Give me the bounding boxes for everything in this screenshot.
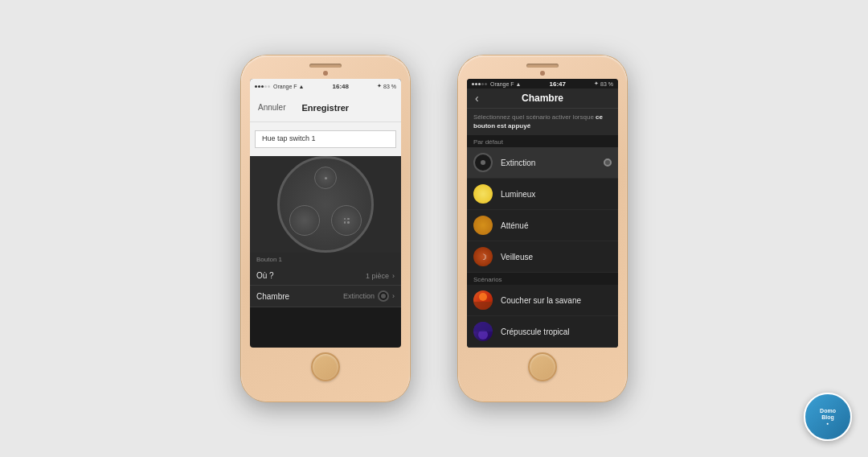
extinction-toggle <box>378 290 389 302</box>
crepuscule-icon <box>473 322 493 341</box>
screen-left: Orange F ▲ 16:48 ✦ 83 % Annuler Enregist… <box>250 79 401 348</box>
list-item-extinction[interactable]: Extinction <box>467 147 618 179</box>
wifi-icon: ▲ <box>299 84 305 89</box>
crepuscule-label: Crépuscule tropical <box>501 327 612 336</box>
screen2-content: Orange F ▲ 16:47 ✦ 83 % ‹ Chambre S <box>467 79 618 348</box>
bouton-label: Bouton 1 <box>250 253 401 266</box>
list-item-crepuscule[interactable]: Crépuscule tropical <box>467 316 618 348</box>
extinction-icon <box>473 153 493 172</box>
camera-right <box>540 71 545 76</box>
watermark-line2: Blog <box>821 414 834 421</box>
ou-value: 1 pièce › <box>366 272 395 280</box>
bottom-settings: Bouton 1 Où ? 1 pièce › Chambre Extincti… <box>250 253 401 307</box>
list-item-attenue[interactable]: Atténué <box>467 210 618 241</box>
chevron-chambre: › <box>392 292 395 300</box>
chambre-value: Extinction › <box>343 290 395 302</box>
section-default-label: Par défaut <box>467 135 618 147</box>
watermark-dot: ● <box>826 421 829 426</box>
attenue-label: Atténué <box>501 221 612 230</box>
signal-icon-right <box>472 83 487 85</box>
nav-bar-left: Annuler Enregistrer <box>250 93 401 122</box>
extinction-label: Extinction <box>501 159 596 167</box>
list-item-coucher[interactable]: Coucher sur la savane <box>467 285 618 316</box>
back-button[interactable]: ‹ <box>475 92 479 105</box>
time-left: 16:48 <box>333 83 349 90</box>
camera-left <box>323 71 328 76</box>
device-name-input[interactable]: Hue tap switch 1 <box>255 130 396 148</box>
coucher-label: Coucher sur la savane <box>501 296 612 305</box>
extinction-radio <box>604 159 612 167</box>
cancel-button[interactable]: Annuler <box>258 103 285 112</box>
status-bar-right: Orange F ▲ 16:47 ✦ 83 % <box>467 79 618 89</box>
list-item-veilleuse[interactable]: ☽ Veilleuse <box>467 241 618 273</box>
input-area: Hue tap switch 1 <box>250 122 401 156</box>
coucher-icon <box>473 290 493 310</box>
phone-right: Orange F ▲ 16:47 ✦ 83 % ‹ Chambre S <box>458 56 627 401</box>
ou-row[interactable]: Où ? 1 pièce › <box>250 266 401 286</box>
svg-point-0 <box>479 293 487 301</box>
tap-device-circle <box>277 156 374 253</box>
battery-left: 83 % <box>383 84 396 89</box>
chambre-row[interactable]: Chambre Extinction › <box>250 286 401 307</box>
ou-label: Où ? <box>256 271 274 280</box>
battery-right: 83 % <box>600 81 613 87</box>
lumineux-icon <box>473 184 493 204</box>
moon-icon: ☽ <box>480 253 487 261</box>
time-right: 16:47 <box>550 80 566 88</box>
list-item-lumineux[interactable]: Lumineux <box>467 179 618 210</box>
carrier-right: Orange F <box>490 81 514 87</box>
nav-bar-right: ‹ Chambre <box>467 89 618 109</box>
chambre-label: Chambre <box>256 292 289 301</box>
carrier-left: Orange F <box>273 84 297 89</box>
subtitle-area: Sélectionnez quel scénario activer lorsq… <box>467 109 618 135</box>
watermark-line1: Domo <box>820 408 836 414</box>
signal-icon <box>255 85 270 88</box>
svg-rect-3 <box>473 322 493 331</box>
tap-btn-center[interactable] <box>314 167 337 189</box>
tap-btn-bottom-left[interactable] <box>289 205 320 236</box>
speaker-right <box>526 64 559 68</box>
watermark-badge: Domo Blog ● <box>804 393 852 441</box>
phone-left: Orange F ▲ 16:48 ✦ 83 % Annuler Enregist… <box>241 56 410 401</box>
section-scenarios-label: Scénarios <box>467 273 618 285</box>
tap-switch-area <box>250 156 401 253</box>
nav-title-left: Enregistrer <box>301 103 349 113</box>
veilleuse-icon: ☽ <box>473 247 493 266</box>
wifi-icon-right: ▲ <box>516 81 522 87</box>
lumineux-label: Lumineux <box>501 190 612 199</box>
speaker-left <box>309 64 342 68</box>
home-button-left[interactable] <box>311 352 340 381</box>
chevron-ou: › <box>392 272 395 280</box>
screen-right: Orange F ▲ 16:47 ✦ 83 % ‹ Chambre S <box>467 79 618 348</box>
svg-rect-1 <box>473 302 493 310</box>
tap-btn-bottom-right[interactable] <box>331 205 362 236</box>
home-button-right[interactable] <box>528 352 557 381</box>
bt-icon: ✦ <box>377 83 382 89</box>
status-bar-left: Orange F ▲ 16:48 ✦ 83 % <box>250 79 401 93</box>
bt-icon-right: ✦ <box>594 80 599 87</box>
attenue-icon <box>473 216 493 235</box>
subtitle-normal: Sélectionnez quel scénario activer lorsq… <box>473 113 594 121</box>
nav-title-right: Chambre <box>522 93 563 104</box>
veilleuse-label: Veilleuse <box>501 253 612 261</box>
